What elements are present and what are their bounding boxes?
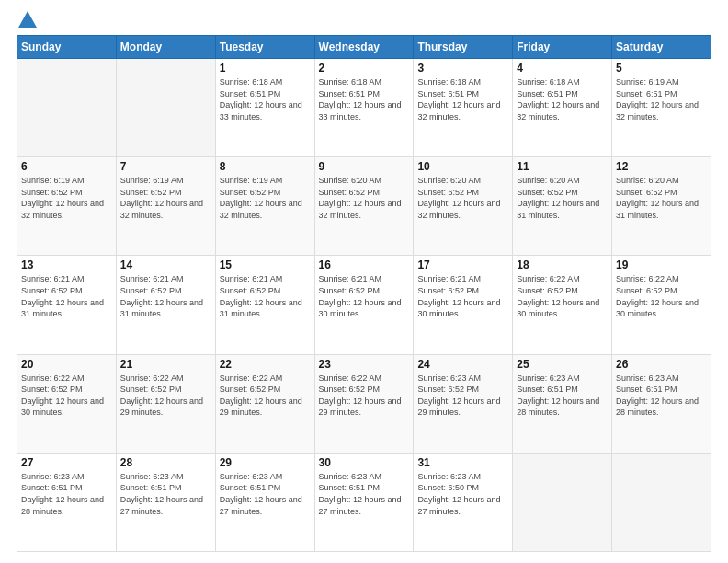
calendar-cell: 18Sunrise: 6:22 AMSunset: 6:52 PMDayligh…	[513, 256, 612, 354]
day-number: 27	[21, 456, 112, 469]
calendar-cell: 23Sunrise: 6:22 AMSunset: 6:52 PMDayligh…	[314, 354, 414, 453]
day-number: 19	[616, 259, 707, 271]
calendar-cell: 4Sunrise: 6:18 AMSunset: 6:51 PMDaylight…	[513, 59, 612, 157]
day-info: Sunrise: 6:23 AMSunset: 6:50 PMDaylight:…	[417, 471, 508, 517]
day-info: Sunrise: 6:21 AMSunset: 6:52 PMDaylight:…	[21, 273, 112, 319]
calendar-cell: 22Sunrise: 6:22 AMSunset: 6:52 PMDayligh…	[215, 354, 314, 453]
calendar-cell	[513, 453, 612, 551]
weekday-header-sunday: Sunday	[17, 36, 117, 59]
calendar-cell: 26Sunrise: 6:23 AMSunset: 6:51 PMDayligh…	[612, 354, 711, 453]
calendar-cell	[116, 59, 215, 157]
day-info: Sunrise: 6:21 AMSunset: 6:52 PMDaylight:…	[319, 273, 410, 319]
day-number: 31	[417, 456, 508, 469]
calendar-cell: 14Sunrise: 6:21 AMSunset: 6:52 PMDayligh…	[116, 256, 215, 354]
day-info: Sunrise: 6:23 AMSunset: 6:51 PMDaylight:…	[517, 373, 608, 419]
weekday-header-thursday: Thursday	[414, 36, 513, 59]
weekday-header-tuesday: Tuesday	[215, 36, 314, 59]
day-number: 16	[319, 259, 410, 271]
header	[17, 15, 711, 26]
day-number: 4	[517, 62, 608, 75]
logo-text	[17, 15, 37, 28]
day-number: 13	[21, 259, 112, 271]
weekday-header-monday: Monday	[116, 36, 215, 59]
day-info: Sunrise: 6:22 AMSunset: 6:52 PMDaylight:…	[21, 373, 112, 419]
day-info: Sunrise: 6:21 AMSunset: 6:52 PMDaylight:…	[120, 273, 211, 319]
day-info: Sunrise: 6:18 AMSunset: 6:51 PMDaylight:…	[220, 76, 311, 122]
calendar-cell: 30Sunrise: 6:23 AMSunset: 6:51 PMDayligh…	[314, 453, 414, 551]
day-number: 6	[21, 160, 112, 173]
day-number: 7	[120, 160, 211, 173]
day-number: 25	[517, 358, 608, 371]
day-info: Sunrise: 6:22 AMSunset: 6:52 PMDaylight:…	[120, 373, 211, 419]
calendar-cell: 11Sunrise: 6:20 AMSunset: 6:52 PMDayligh…	[513, 157, 612, 256]
day-number: 2	[319, 62, 410, 75]
day-number: 20	[21, 358, 112, 371]
calendar-cell: 6Sunrise: 6:19 AMSunset: 6:52 PMDaylight…	[17, 157, 117, 256]
calendar-cell: 2Sunrise: 6:18 AMSunset: 6:51 PMDaylight…	[314, 59, 414, 157]
calendar-cell: 3Sunrise: 6:18 AMSunset: 6:51 PMDaylight…	[414, 59, 513, 157]
day-info: Sunrise: 6:20 AMSunset: 6:52 PMDaylight:…	[616, 175, 707, 221]
day-number: 30	[319, 456, 410, 469]
calendar-cell: 20Sunrise: 6:22 AMSunset: 6:52 PMDayligh…	[17, 354, 117, 453]
calendar-cell: 9Sunrise: 6:20 AMSunset: 6:52 PMDaylight…	[314, 157, 414, 256]
weekday-header-saturday: Saturday	[612, 36, 711, 59]
logo-triangle-icon	[18, 11, 37, 28]
day-info: Sunrise: 6:22 AMSunset: 6:52 PMDaylight:…	[220, 373, 311, 419]
calendar-cell: 19Sunrise: 6:22 AMSunset: 6:52 PMDayligh…	[612, 256, 711, 354]
day-info: Sunrise: 6:20 AMSunset: 6:52 PMDaylight:…	[417, 175, 508, 221]
day-info: Sunrise: 6:23 AMSunset: 6:51 PMDaylight:…	[616, 373, 707, 419]
day-info: Sunrise: 6:22 AMSunset: 6:52 PMDaylight:…	[616, 273, 707, 319]
day-number: 1	[220, 62, 311, 75]
day-number: 28	[120, 456, 211, 469]
day-number: 11	[517, 160, 608, 173]
day-info: Sunrise: 6:23 AMSunset: 6:51 PMDaylight:…	[319, 471, 410, 517]
day-info: Sunrise: 6:19 AMSunset: 6:52 PMDaylight:…	[120, 175, 211, 221]
day-number: 14	[120, 259, 211, 271]
calendar-table: SundayMondayTuesdayWednesdayThursdayFrid…	[17, 35, 711, 552]
day-number: 10	[417, 160, 508, 173]
calendar-cell: 29Sunrise: 6:23 AMSunset: 6:51 PMDayligh…	[215, 453, 314, 551]
day-number: 26	[616, 358, 707, 371]
day-info: Sunrise: 6:20 AMSunset: 6:52 PMDaylight:…	[517, 175, 608, 221]
day-number: 21	[120, 358, 211, 371]
calendar-cell	[17, 59, 117, 157]
day-number: 29	[220, 456, 311, 469]
day-number: 22	[220, 358, 311, 371]
calendar-cell: 15Sunrise: 6:21 AMSunset: 6:52 PMDayligh…	[215, 256, 314, 354]
day-info: Sunrise: 6:19 AMSunset: 6:52 PMDaylight:…	[220, 175, 311, 221]
page: SundayMondayTuesdayWednesdayThursdayFrid…	[0, 0, 728, 563]
calendar-cell: 27Sunrise: 6:23 AMSunset: 6:51 PMDayligh…	[17, 453, 117, 551]
calendar-cell: 21Sunrise: 6:22 AMSunset: 6:52 PMDayligh…	[116, 354, 215, 453]
calendar-cell: 17Sunrise: 6:21 AMSunset: 6:52 PMDayligh…	[414, 256, 513, 354]
calendar-cell: 13Sunrise: 6:21 AMSunset: 6:52 PMDayligh…	[17, 256, 117, 354]
day-number: 24	[417, 358, 508, 371]
calendar-cell	[612, 453, 711, 551]
day-number: 5	[616, 62, 707, 75]
day-info: Sunrise: 6:20 AMSunset: 6:52 PMDaylight:…	[319, 175, 410, 221]
calendar-cell: 25Sunrise: 6:23 AMSunset: 6:51 PMDayligh…	[513, 354, 612, 453]
weekday-header-wednesday: Wednesday	[314, 36, 414, 59]
day-number: 15	[220, 259, 311, 271]
calendar-cell: 5Sunrise: 6:19 AMSunset: 6:51 PMDaylight…	[612, 59, 711, 157]
day-info: Sunrise: 6:23 AMSunset: 6:52 PMDaylight:…	[417, 373, 508, 419]
day-info: Sunrise: 6:21 AMSunset: 6:52 PMDaylight:…	[417, 273, 508, 319]
day-info: Sunrise: 6:18 AMSunset: 6:51 PMDaylight:…	[319, 76, 410, 122]
day-info: Sunrise: 6:23 AMSunset: 6:51 PMDaylight:…	[120, 471, 211, 517]
day-info: Sunrise: 6:19 AMSunset: 6:51 PMDaylight:…	[616, 76, 707, 122]
day-info: Sunrise: 6:22 AMSunset: 6:52 PMDaylight:…	[517, 273, 608, 319]
day-info: Sunrise: 6:23 AMSunset: 6:51 PMDaylight:…	[220, 471, 311, 517]
calendar-cell: 16Sunrise: 6:21 AMSunset: 6:52 PMDayligh…	[314, 256, 414, 354]
day-info: Sunrise: 6:19 AMSunset: 6:52 PMDaylight:…	[21, 175, 112, 221]
day-info: Sunrise: 6:22 AMSunset: 6:52 PMDaylight:…	[319, 373, 410, 419]
logo	[17, 15, 37, 26]
calendar-cell: 24Sunrise: 6:23 AMSunset: 6:52 PMDayligh…	[414, 354, 513, 453]
day-info: Sunrise: 6:21 AMSunset: 6:52 PMDaylight:…	[220, 273, 311, 319]
calendar-cell: 7Sunrise: 6:19 AMSunset: 6:52 PMDaylight…	[116, 157, 215, 256]
day-info: Sunrise: 6:18 AMSunset: 6:51 PMDaylight:…	[417, 76, 508, 122]
day-number: 3	[417, 62, 508, 75]
day-number: 18	[517, 259, 608, 271]
calendar-cell: 31Sunrise: 6:23 AMSunset: 6:50 PMDayligh…	[414, 453, 513, 551]
day-number: 23	[319, 358, 410, 371]
weekday-header-friday: Friday	[513, 36, 612, 59]
calendar-cell: 28Sunrise: 6:23 AMSunset: 6:51 PMDayligh…	[116, 453, 215, 551]
